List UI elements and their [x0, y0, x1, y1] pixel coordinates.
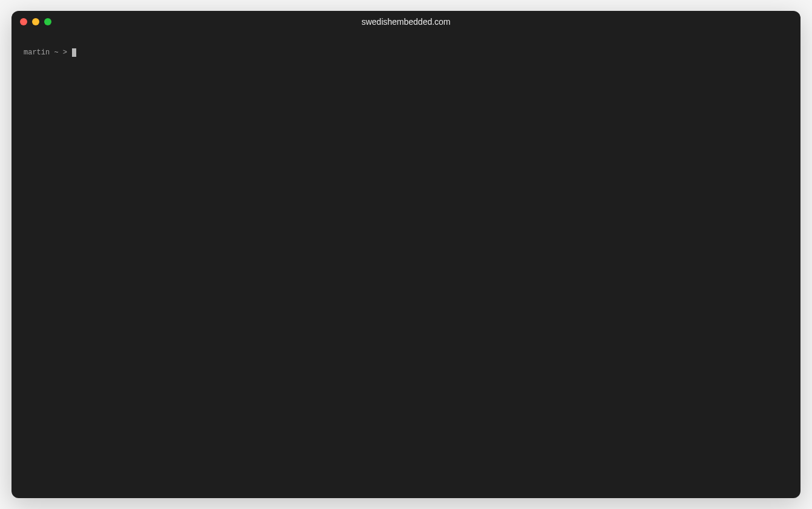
prompt-line: martin ~ > — [24, 47, 788, 58]
close-button[interactable] — [20, 18, 27, 25]
traffic-lights — [20, 18, 51, 25]
window-title: swedishembedded.com — [361, 17, 450, 27]
minimize-button[interactable] — [32, 18, 39, 25]
maximize-button[interactable] — [44, 18, 51, 25]
cursor-icon — [72, 48, 76, 57]
terminal-window: swedishembedded.com martin ~ > — [11, 11, 801, 498]
titlebar: swedishembedded.com — [11, 11, 801, 33]
prompt-text: martin ~ > — [24, 47, 71, 58]
terminal-body[interactable]: martin ~ > — [11, 33, 801, 498]
